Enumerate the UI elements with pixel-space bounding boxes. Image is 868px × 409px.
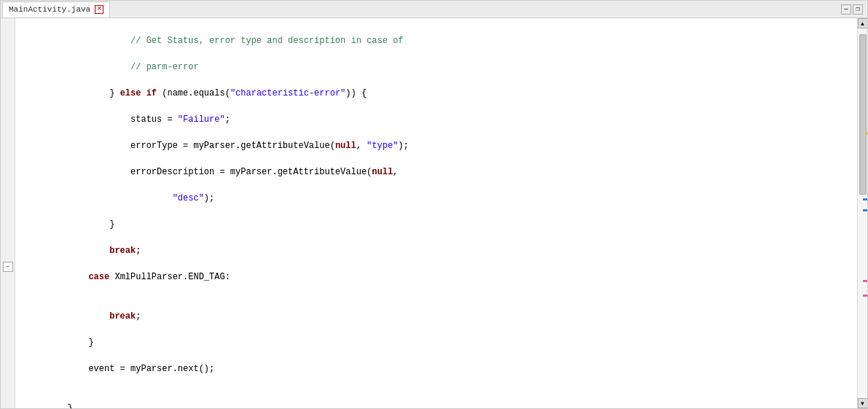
code-line: case XmlPullParser.END_TAG: bbox=[21, 270, 857, 284]
code-line: } else if (name.equals("characteristic-e… bbox=[21, 87, 857, 100]
code-line: } bbox=[21, 402, 857, 408]
code-line: break; bbox=[21, 244, 857, 257]
code-line: "desc"); bbox=[21, 192, 857, 205]
tab-bar: MainActivity.java × — ❐ bbox=[1, 1, 867, 18]
right-scrollbar: ▲ ▼ bbox=[857, 18, 867, 408]
editor-body: − // Get Status, error type and descript… bbox=[1, 18, 867, 408]
window-controls: — ❐ bbox=[841, 4, 866, 15]
code-content: // Get Status, error type and descriptio… bbox=[15, 18, 857, 408]
code-line: errorDescription = myParser.getAttribute… bbox=[21, 165, 857, 179]
scroll-marker-pink-1 bbox=[863, 280, 867, 282]
code-line: // parm-error bbox=[21, 61, 857, 74]
code-line: } bbox=[21, 218, 857, 231]
code-line: event = myParser.next(); bbox=[21, 362, 857, 375]
tab-close-button[interactable]: × bbox=[95, 5, 103, 14]
code-area[interactable]: // Get Status, error type and descriptio… bbox=[15, 18, 857, 408]
scroll-marker-blue-2 bbox=[863, 209, 867, 211]
scroll-down-button[interactable]: ▼ bbox=[858, 398, 868, 408]
code-line: break; bbox=[21, 310, 857, 323]
editor-tab[interactable]: MainActivity.java × bbox=[2, 1, 110, 17]
scrollbar-thumb[interactable] bbox=[859, 34, 867, 195]
editor-window: MainActivity.java × — ❐ − // Get Status,… bbox=[0, 0, 868, 409]
scroll-up-button[interactable]: ▲ bbox=[858, 18, 868, 28]
code-line: // Get Status, error type and descriptio… bbox=[21, 34, 857, 47]
left-gutter: − bbox=[1, 18, 15, 408]
scrollbar-track[interactable] bbox=[858, 28, 867, 398]
restore-button[interactable]: ❐ bbox=[853, 4, 863, 15]
code-line: } bbox=[21, 336, 857, 349]
fold-marker[interactable]: − bbox=[3, 262, 13, 272]
code-line: status = "Failure"; bbox=[21, 113, 857, 126]
code-line: errorType = myParser.getAttributeValue(n… bbox=[21, 139, 857, 152]
tab-label: MainActivity.java bbox=[9, 5, 90, 14]
scroll-marker-blue-1 bbox=[863, 198, 867, 200]
scroll-marker-pink-2 bbox=[863, 295, 867, 297]
minimize-button[interactable]: — bbox=[841, 4, 851, 15]
